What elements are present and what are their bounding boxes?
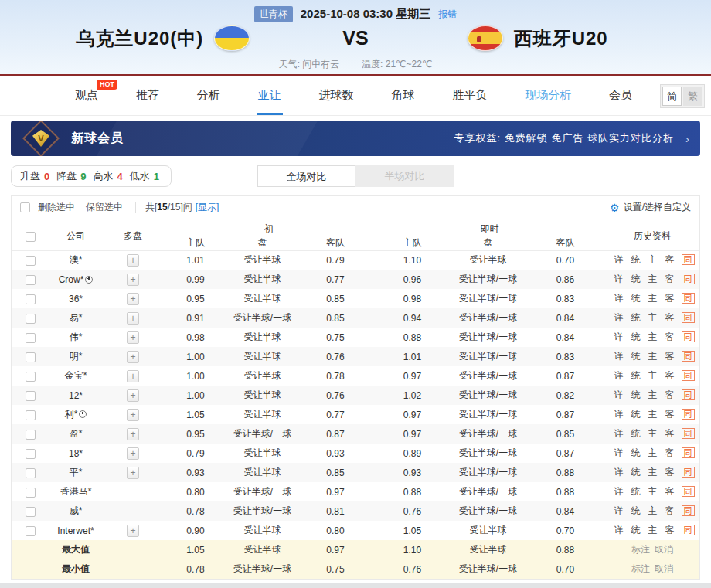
- expand-odds-button[interactable]: +: [127, 428, 139, 440]
- tab-asian-handicap[interactable]: 亚让: [257, 76, 283, 115]
- history-link[interactable]: 客: [665, 351, 675, 362]
- history-link[interactable]: 客: [665, 447, 675, 458]
- history-link[interactable]: 统: [631, 409, 641, 420]
- row-checkbox[interactable]: [26, 430, 36, 440]
- same-odds-link[interactable]: 同: [682, 274, 695, 284]
- history-link[interactable]: 详: [614, 486, 624, 497]
- row-checkbox[interactable]: [26, 468, 36, 478]
- row-checkbox[interactable]: [26, 314, 36, 324]
- expand-odds-button[interactable]: +: [127, 370, 139, 382]
- history-link[interactable]: 详: [614, 505, 624, 516]
- history-link[interactable]: 统: [631, 370, 641, 381]
- expand-odds-button[interactable]: +: [127, 525, 139, 537]
- vip-member-banner[interactable]: V 新球会员 专享权益: 免费解锁 免广告 球队实力对比分析 ›: [11, 121, 700, 156]
- history-link[interactable]: 统: [631, 312, 641, 323]
- history-link[interactable]: 详: [614, 409, 624, 420]
- history-link[interactable]: 主: [648, 505, 658, 516]
- history-link[interactable]: 客: [665, 505, 675, 516]
- expand-odds-button[interactable]: +: [127, 389, 139, 402]
- history-link[interactable]: 统: [631, 525, 641, 535]
- same-odds-link[interactable]: 同: [682, 447, 695, 458]
- tab-goals[interactable]: 进球数: [318, 76, 356, 115]
- history-link[interactable]: 客: [665, 312, 675, 323]
- show-link[interactable]: [显示]: [196, 201, 219, 214]
- history-link[interactable]: 主: [648, 351, 658, 362]
- history-link[interactable]: 统: [631, 505, 641, 516]
- same-odds-link[interactable]: 同: [682, 525, 695, 535]
- same-odds-link[interactable]: 同: [682, 428, 695, 439]
- row-checkbox[interactable]: [26, 410, 36, 420]
- expand-odds-button[interactable]: +: [127, 274, 139, 286]
- history-link[interactable]: 详: [614, 525, 624, 535]
- history-link[interactable]: 统: [631, 274, 641, 284]
- tab-recommend[interactable]: 推荐: [134, 76, 161, 115]
- settings-customize-button[interactable]: ⚙ 设置/选择自定义: [610, 201, 691, 214]
- history-link[interactable]: 客: [665, 525, 675, 535]
- row-checkbox[interactable]: [26, 507, 36, 517]
- expand-odds-button[interactable]: +: [127, 447, 139, 460]
- tab-halftime-compare[interactable]: 半场对比: [356, 165, 454, 187]
- history-link[interactable]: 主: [648, 486, 658, 497]
- tab-analysis[interactable]: 分析: [196, 76, 222, 115]
- same-odds-link[interactable]: 同: [682, 254, 695, 265]
- row-checkbox[interactable]: [26, 488, 36, 498]
- history-link[interactable]: 客: [665, 428, 675, 439]
- history-link[interactable]: 统: [631, 467, 641, 478]
- row-checkbox[interactable]: [26, 391, 36, 401]
- history-link[interactable]: 统: [631, 293, 641, 304]
- expand-odds-button[interactable]: +: [127, 351, 139, 363]
- history-link[interactable]: 统: [631, 447, 641, 458]
- history-link[interactable]: 详: [614, 447, 624, 458]
- row-checkbox[interactable]: [26, 372, 36, 382]
- expand-odds-button[interactable]: +: [127, 254, 139, 267]
- same-odds-link[interactable]: 同: [682, 351, 695, 362]
- expand-odds-button[interactable]: +: [127, 331, 139, 344]
- history-link[interactable]: 详: [614, 331, 624, 342]
- history-link[interactable]: 详: [614, 254, 624, 265]
- traditional-chinese-button[interactable]: 繁: [683, 87, 702, 106]
- summary-action-link[interactable]: 标注: [631, 544, 650, 555]
- expand-odds-button[interactable]: +: [127, 312, 139, 325]
- history-link[interactable]: 主: [648, 370, 658, 381]
- history-link[interactable]: 详: [614, 351, 624, 362]
- history-link[interactable]: 统: [631, 389, 641, 400]
- tab-corners[interactable]: 角球: [390, 76, 416, 115]
- simplified-chinese-button[interactable]: 简: [662, 87, 682, 106]
- history-link[interactable]: 详: [614, 274, 624, 284]
- history-link[interactable]: 详: [614, 312, 624, 323]
- expand-odds-button[interactable]: +: [127, 409, 139, 421]
- history-link[interactable]: 主: [648, 274, 658, 284]
- history-link[interactable]: 主: [648, 525, 658, 535]
- tab-win-draw-lose[interactable]: 胜平负: [451, 76, 488, 115]
- history-link[interactable]: 统: [631, 331, 641, 342]
- history-link[interactable]: 客: [665, 331, 675, 342]
- row-checkbox[interactable]: [26, 333, 36, 343]
- report-error-link[interactable]: 报错: [438, 8, 457, 21]
- history-link[interactable]: 客: [665, 293, 675, 304]
- history-link[interactable]: 客: [665, 467, 675, 478]
- same-odds-link[interactable]: 同: [682, 467, 695, 478]
- history-link[interactable]: 主: [648, 447, 658, 458]
- history-link[interactable]: 统: [631, 486, 641, 497]
- history-link[interactable]: 客: [665, 409, 675, 420]
- tab-live-analysis[interactable]: 现场分析: [523, 76, 573, 115]
- same-odds-link[interactable]: 同: [682, 486, 695, 497]
- row-checkbox[interactable]: [26, 449, 36, 459]
- same-odds-link[interactable]: 同: [682, 331, 695, 342]
- history-link[interactable]: 主: [648, 293, 658, 304]
- history-link[interactable]: 统: [631, 351, 641, 362]
- same-odds-link[interactable]: 同: [682, 370, 695, 381]
- history-link[interactable]: 详: [614, 293, 624, 304]
- delete-selected-link[interactable]: 删除选中: [38, 201, 75, 214]
- history-link[interactable]: 主: [648, 254, 658, 265]
- history-link[interactable]: 主: [648, 312, 658, 323]
- same-odds-link[interactable]: 同: [682, 505, 695, 516]
- same-odds-link[interactable]: 同: [682, 409, 695, 420]
- row-checkbox[interactable]: [26, 526, 36, 536]
- same-odds-link[interactable]: 同: [682, 389, 695, 400]
- history-link[interactable]: 统: [631, 428, 641, 439]
- same-odds-link[interactable]: 同: [682, 293, 695, 304]
- row-checkbox[interactable]: [26, 275, 36, 285]
- history-link[interactable]: 客: [665, 370, 675, 381]
- select-all-checkbox[interactable]: [26, 232, 36, 242]
